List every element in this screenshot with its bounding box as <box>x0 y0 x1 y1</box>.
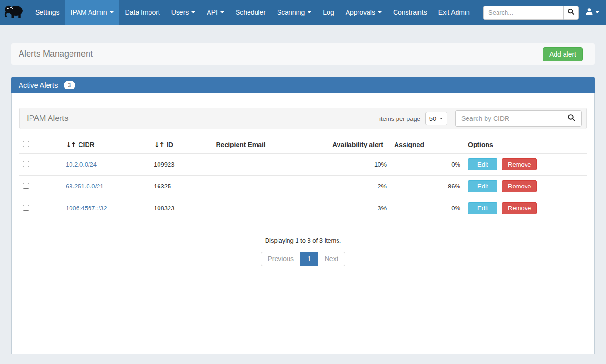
cidr-link[interactable]: 10.2.0.0/24 <box>66 161 97 168</box>
sort-icon: ↓↑ <box>154 141 164 148</box>
cidr-cell: 1006:4567::/32 <box>62 197 150 219</box>
options-cell: Edit Remove <box>464 197 587 219</box>
nav-item-log[interactable]: Log <box>317 0 339 25</box>
column-header-id[interactable]: ↓↑ID <box>150 136 212 154</box>
column-header-cidr[interactable]: ↓↑CIDR <box>62 136 150 154</box>
nav-item-constraints[interactable]: Constraints <box>387 0 433 25</box>
nav-label: Scanning <box>277 9 305 16</box>
remove-button[interactable]: Remove <box>502 202 537 214</box>
global-search <box>483 6 579 20</box>
results-summary: Displaying 1 to 3 of 3 items. <box>19 237 587 244</box>
nav-item-exit-admin[interactable]: Exit Admin <box>433 0 476 25</box>
nav-item-approvals[interactable]: Approvals <box>340 0 387 25</box>
cidr-link[interactable]: 63.251.0.0/21 <box>66 183 104 190</box>
table-title: IPAM Alerts <box>27 114 69 123</box>
row-checkbox[interactable] <box>23 161 29 167</box>
select-all-checkbox[interactable] <box>23 141 29 147</box>
pagination-next[interactable]: Next <box>318 252 345 266</box>
row-checkbox-cell <box>19 176 62 197</box>
availability-cell: 3% <box>328 197 390 219</box>
email-cell <box>212 176 328 197</box>
assigned-cell: 0% <box>390 197 464 219</box>
pagination-wrap: Previous 1 Next <box>19 252 587 266</box>
column-label: Assigned <box>394 141 424 148</box>
panel-body: IPAM Alerts items per page 50 <box>11 93 595 354</box>
table-row: 63.251.0.0/21 16325 2% 86% Edit Remove <box>19 176 587 197</box>
items-per-page-value: 50 <box>429 115 436 122</box>
toolbar-controls: items per page 50 <box>379 110 582 127</box>
row-checkbox-cell <box>19 154 62 176</box>
remove-button[interactable]: Remove <box>502 158 537 170</box>
table-header-row: ↓↑CIDR ↓↑ID Recipient Email Availability… <box>19 136 587 154</box>
cidr-link[interactable]: 1006:4567::/32 <box>66 205 107 212</box>
options-cell: Edit Remove <box>464 154 587 176</box>
edit-button[interactable]: Edit <box>468 180 497 192</box>
chevron-down-icon <box>439 118 443 119</box>
nav-label: Data Import <box>125 9 160 16</box>
global-search-button[interactable] <box>563 6 579 20</box>
email-cell <box>212 197 328 219</box>
nav-item-api[interactable]: API <box>201 0 230 25</box>
cidr-search <box>455 110 582 127</box>
pagination: Previous 1 Next <box>261 252 345 266</box>
nav-item-scheduler[interactable]: Scheduler <box>230 0 271 25</box>
panel-heading: Active Alerts 3 <box>11 77 595 93</box>
nav-label: API <box>207 9 218 16</box>
chevron-down-icon <box>378 11 382 13</box>
column-label: Recipient Email <box>216 141 266 148</box>
nav-item-users[interactable]: Users <box>166 0 201 25</box>
column-header-recipient-email: Recipient Email <box>212 136 328 154</box>
main-nav: Settings IPAM Admin Data Import Users AP… <box>30 0 476 25</box>
pagination-page-1[interactable]: 1 <box>300 252 318 266</box>
id-cell: 109923 <box>150 154 212 176</box>
column-header-options: Options <box>464 136 587 154</box>
main-content: Alerts Management Add alert Active Alert… <box>11 43 595 354</box>
global-search-input[interactable] <box>483 6 563 20</box>
nav-item-settings[interactable]: Settings <box>30 0 65 25</box>
id-cell: 108323 <box>150 197 212 219</box>
header-checkbox-cell <box>19 136 62 154</box>
nav-label: Approvals <box>346 9 375 16</box>
alert-count-badge: 3 <box>64 81 76 89</box>
items-per-page-label: items per page <box>379 115 420 122</box>
top-navbar: Settings IPAM Admin Data Import Users AP… <box>0 0 606 25</box>
column-label: Availability alert <box>332 141 383 148</box>
chevron-down-icon <box>308 11 311 13</box>
add-alert-button[interactable]: Add alert <box>543 47 583 61</box>
column-header-assigned: Assigned <box>390 136 464 154</box>
remove-button[interactable]: Remove <box>502 180 537 192</box>
nav-label: Settings <box>35 9 60 16</box>
page-header: Alerts Management Add alert <box>11 43 595 65</box>
assigned-cell: 0% <box>390 154 464 176</box>
user-menu[interactable] <box>586 8 599 17</box>
nav-label: Log <box>323 9 334 16</box>
column-label: CIDR <box>78 141 94 148</box>
availability-cell: 10% <box>328 154 390 176</box>
items-per-page-select[interactable]: 50 <box>425 112 447 125</box>
row-checkbox[interactable] <box>23 205 29 211</box>
nav-label: Exit Admin <box>438 9 470 16</box>
nav-item-ipam-admin[interactable]: IPAM Admin <box>65 0 119 25</box>
column-label: ID <box>167 141 173 148</box>
sort-icon: ↓↑ <box>66 141 76 148</box>
edit-button[interactable]: Edit <box>468 158 497 170</box>
page-title: Alerts Management <box>19 49 93 59</box>
email-cell <box>212 154 328 176</box>
nav-item-scanning[interactable]: Scanning <box>271 0 317 25</box>
assigned-cell: 86% <box>390 176 464 197</box>
row-checkbox-cell <box>19 197 62 219</box>
availability-cell: 2% <box>328 176 390 197</box>
active-alerts-panel: Active Alerts 3 IPAM Alerts items per pa… <box>11 77 595 354</box>
pagination-previous[interactable]: Previous <box>261 252 300 266</box>
user-icon <box>586 8 593 17</box>
cidr-search-input[interactable] <box>455 110 561 127</box>
nav-label: IPAM Admin <box>71 9 107 16</box>
chevron-down-icon <box>110 11 114 13</box>
brand-logo[interactable] <box>0 0 30 25</box>
row-checkbox[interactable] <box>23 183 29 189</box>
nav-item-data-import[interactable]: Data Import <box>119 0 166 25</box>
chevron-down-icon <box>191 11 195 13</box>
table-row: 1006:4567::/32 108323 3% 0% Edit Remove <box>19 197 587 219</box>
cidr-search-button[interactable] <box>561 110 582 127</box>
edit-button[interactable]: Edit <box>468 202 497 214</box>
